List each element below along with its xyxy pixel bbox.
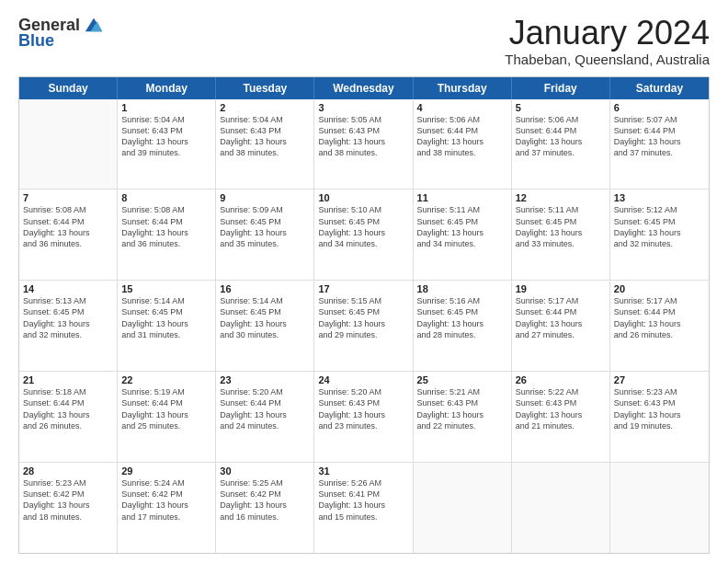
cell-line: and 37 minutes. <box>614 147 705 158</box>
calendar-cell: 4Sunrise: 5:06 AMSunset: 6:44 PMDaylight… <box>414 99 512 190</box>
weekday-header: Tuesday <box>216 77 314 99</box>
cell-line: Daylight: 13 hours <box>318 500 408 511</box>
cell-line: and 30 minutes. <box>220 329 310 340</box>
day-number: 5 <box>516 102 606 113</box>
cell-line: and 38 minutes. <box>220 147 310 158</box>
cell-line: Sunrise: 5:20 AM <box>318 386 408 397</box>
cell-line: Sunrise: 5:17 AM <box>516 295 606 306</box>
cell-line: Daylight: 13 hours <box>220 136 310 147</box>
cell-line: Sunrise: 5:21 AM <box>417 386 507 397</box>
calendar-cell: 19Sunrise: 5:17 AMSunset: 6:44 PMDayligh… <box>512 281 610 371</box>
cell-line: Sunset: 6:44 PM <box>23 216 113 227</box>
cell-line: Sunset: 6:44 PM <box>121 216 211 227</box>
cell-line: and 24 minutes. <box>220 420 310 431</box>
cell-line: Daylight: 13 hours <box>220 227 310 238</box>
cell-line: Sunrise: 5:14 AM <box>220 295 310 306</box>
page: General Blue January 2024 Thabeban, Quee… <box>0 0 728 563</box>
calendar-cell: 20Sunrise: 5:17 AMSunset: 6:44 PMDayligh… <box>610 281 709 371</box>
day-number: 19 <box>516 283 606 294</box>
calendar-cell: 9Sunrise: 5:09 AMSunset: 6:45 PMDaylight… <box>216 190 314 280</box>
cell-line: and 22 minutes. <box>417 420 507 431</box>
cell-line: Sunrise: 5:15 AM <box>318 295 408 306</box>
day-number: 15 <box>121 283 211 294</box>
cell-line: Sunset: 6:44 PM <box>614 125 705 136</box>
cell-line: Daylight: 13 hours <box>121 227 211 238</box>
cell-line: Sunrise: 5:17 AM <box>614 295 705 306</box>
cell-line: and 32 minutes. <box>23 329 113 340</box>
cell-line: Daylight: 13 hours <box>220 318 310 329</box>
cell-line: and 23 minutes. <box>318 420 408 431</box>
cell-line: Daylight: 13 hours <box>318 227 408 238</box>
cell-line: Daylight: 13 hours <box>516 409 606 420</box>
day-number: 12 <box>516 192 606 203</box>
day-number: 28 <box>23 465 113 477</box>
cell-line: and 34 minutes. <box>417 238 507 249</box>
cell-line: and 27 minutes. <box>516 329 606 340</box>
weekday-header: Friday <box>512 77 610 99</box>
cell-line: Sunset: 6:45 PM <box>23 306 113 317</box>
cell-line: Sunset: 6:44 PM <box>220 397 310 408</box>
cell-line: Sunset: 6:44 PM <box>516 125 606 136</box>
calendar-cell: 28Sunrise: 5:23 AMSunset: 6:42 PMDayligh… <box>19 463 118 553</box>
cell-line: and 16 minutes. <box>220 511 310 523</box>
title-block: January 2024 Thabeban, Queensland, Austr… <box>505 15 710 67</box>
calendar-cell <box>414 463 512 553</box>
cell-line: Sunrise: 5:06 AM <box>417 114 507 125</box>
weekday-header: Wednesday <box>314 77 413 99</box>
cell-line: Daylight: 13 hours <box>121 318 211 329</box>
cell-line: Sunrise: 5:24 AM <box>121 477 211 488</box>
calendar-cell: 23Sunrise: 5:20 AMSunset: 6:44 PMDayligh… <box>216 372 314 462</box>
cell-line: Sunset: 6:44 PM <box>417 125 507 136</box>
cell-line: Sunset: 6:45 PM <box>318 216 408 227</box>
day-number: 25 <box>417 374 507 385</box>
day-number: 20 <box>614 283 705 294</box>
day-number: 27 <box>614 374 705 385</box>
calendar-cell: 17Sunrise: 5:15 AMSunset: 6:45 PMDayligh… <box>314 281 413 371</box>
logo-blue: Blue <box>18 31 54 51</box>
calendar-cell: 10Sunrise: 5:10 AMSunset: 6:45 PMDayligh… <box>314 190 413 280</box>
cell-line: Sunrise: 5:06 AM <box>516 114 606 125</box>
cell-line: Sunset: 6:45 PM <box>220 306 310 317</box>
cell-line: Sunrise: 5:20 AM <box>220 386 310 397</box>
cell-line: Sunset: 6:44 PM <box>614 306 705 317</box>
cell-line: Sunrise: 5:05 AM <box>318 114 408 125</box>
cell-line: Daylight: 13 hours <box>614 409 705 420</box>
day-number: 3 <box>318 102 408 113</box>
day-number: 8 <box>121 192 211 203</box>
cell-line: Sunrise: 5:08 AM <box>23 204 113 215</box>
cell-line: and 29 minutes. <box>318 329 408 340</box>
calendar-cell: 14Sunrise: 5:13 AMSunset: 6:45 PMDayligh… <box>19 281 118 371</box>
cell-line: Sunrise: 5:26 AM <box>318 477 408 488</box>
day-number: 30 <box>220 465 310 477</box>
cell-line: Sunrise: 5:09 AM <box>220 204 310 215</box>
cell-line: Daylight: 13 hours <box>23 318 113 329</box>
cell-line: Sunrise: 5:14 AM <box>121 295 211 306</box>
cell-line: Sunrise: 5:13 AM <box>23 295 113 306</box>
calendar-cell: 26Sunrise: 5:22 AMSunset: 6:43 PMDayligh… <box>512 372 610 462</box>
day-number: 13 <box>614 192 705 203</box>
day-number: 29 <box>121 465 211 477</box>
cell-line: Sunset: 6:44 PM <box>23 397 113 408</box>
cell-line: Sunrise: 5:18 AM <box>23 386 113 397</box>
calendar-cell: 8Sunrise: 5:08 AMSunset: 6:44 PMDaylight… <box>118 190 216 280</box>
cell-line: Sunrise: 5:12 AM <box>614 204 705 215</box>
calendar-cell: 22Sunrise: 5:19 AMSunset: 6:44 PMDayligh… <box>118 372 216 462</box>
cell-line: Daylight: 13 hours <box>121 136 211 147</box>
cell-line: Sunset: 6:43 PM <box>318 125 408 136</box>
day-number: 23 <box>220 374 310 385</box>
day-number: 9 <box>220 192 310 203</box>
cell-line: and 39 minutes. <box>121 147 211 158</box>
cell-line: Sunrise: 5:23 AM <box>614 386 705 397</box>
cell-line: Daylight: 13 hours <box>318 409 408 420</box>
cell-line: Sunrise: 5:16 AM <box>417 295 507 306</box>
cell-line: and 36 minutes. <box>23 238 113 249</box>
cell-line: and 38 minutes. <box>417 147 507 158</box>
month-title: January 2024 <box>505 15 710 52</box>
cell-line: Sunset: 6:45 PM <box>417 306 507 317</box>
day-number: 16 <box>220 283 310 294</box>
cell-line: Sunrise: 5:07 AM <box>614 114 705 125</box>
day-number: 14 <box>23 283 113 294</box>
cell-line: Daylight: 13 hours <box>220 409 310 420</box>
cell-line: Sunset: 6:41 PM <box>318 488 408 500</box>
calendar-cell: 15Sunrise: 5:14 AMSunset: 6:45 PMDayligh… <box>118 281 216 371</box>
